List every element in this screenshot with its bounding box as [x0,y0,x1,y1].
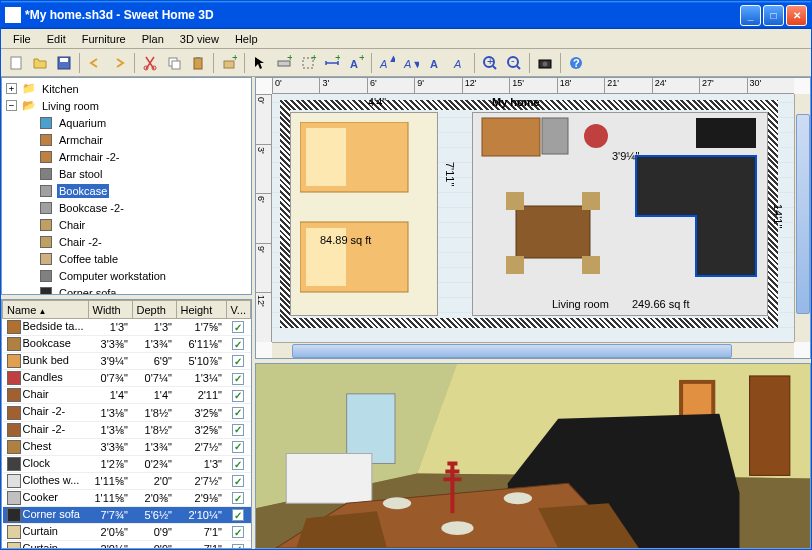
visible-cell[interactable]: ✓ [226,541,251,549]
open-button[interactable] [29,52,51,74]
visible-cell[interactable]: ✓ [226,524,251,541]
furniture-icon [38,268,54,284]
zoom-out-button[interactable]: - [503,52,525,74]
text-bigger-button[interactable]: A▲ [376,52,398,74]
undo-button[interactable] [84,52,106,74]
tree-item[interactable]: Aquarium [4,114,249,131]
column-header[interactable]: V... [226,301,251,319]
furniture-icon [38,115,54,131]
table-row[interactable]: Clock1'2⅞"0'2¾"1'3"✓ [3,455,251,472]
visible-cell[interactable]: ✓ [226,336,251,353]
maximize-button[interactable]: □ [763,5,784,26]
visible-cell[interactable]: ✓ [226,319,251,336]
menu-plan[interactable]: Plan [134,31,172,47]
tree-item[interactable]: Computer workstation [4,267,249,284]
minimize-button[interactable]: _ [740,5,761,26]
horizontal-scrollbar[interactable] [272,342,794,358]
room-name-label: Living room [552,298,609,310]
table-row[interactable]: Bunk bed3'9¼"6'9"5'10⅞"✓ [3,353,251,370]
tree-item[interactable]: Bookcase [4,182,249,199]
furniture-icon [38,200,54,216]
help-button[interactable]: ? [565,52,587,74]
menu-file[interactable]: File [5,31,39,47]
table-row[interactable]: Curtain2'0⅛"0'9"7'1"✓ [3,524,251,541]
tree-item[interactable]: Armchair -2- [4,148,249,165]
ruler-tick: 27' [699,78,746,93]
add-furniture-button[interactable]: + [218,52,240,74]
menu-3d-view[interactable]: 3D view [172,31,227,47]
table-row[interactable]: Chair1'4"1'4"2'11"✓ [3,387,251,404]
visible-cell[interactable]: ✓ [226,421,251,438]
visible-cell[interactable]: ✓ [226,438,251,455]
create-rooms-tool[interactable]: + [297,52,319,74]
paste-button[interactable] [187,52,209,74]
tree-item[interactable]: Corner sofa [4,284,249,295]
save-button[interactable] [53,52,75,74]
furniture-list-table[interactable]: NameWidthDepthHeightV... Bedside ta...1'… [1,299,252,549]
column-header[interactable]: Height [176,301,226,319]
visible-cell[interactable]: ✓ [226,370,251,387]
height-cell: 5'10⅞" [176,353,226,370]
tree-item[interactable]: Armchair [4,131,249,148]
menu-furniture[interactable]: Furniture [74,31,134,47]
table-row[interactable]: Bedside ta...1'3"1'3"1'7⅝"✓ [3,319,251,336]
create-walls-tool[interactable]: + [273,52,295,74]
tree-item[interactable]: Chair [4,216,249,233]
select-tool[interactable] [249,52,271,74]
redo-button[interactable] [108,52,130,74]
table-row[interactable]: Cooker1'11⅝"2'0⅜"2'9⅛"✓ [3,489,251,506]
visible-cell[interactable]: ✓ [226,353,251,370]
visible-cell[interactable]: ✓ [226,472,251,489]
table-row[interactable]: Candles0'7¾"0'7¼"1'3¼"✓ [3,370,251,387]
svg-rect-6 [172,61,180,69]
tree-item[interactable]: Bookcase -2- [4,199,249,216]
tree-label: Armchair -2- [57,150,122,164]
text-smaller-button[interactable]: A▼ [400,52,422,74]
tree-item[interactable]: Chair -2- [4,233,249,250]
new-button[interactable] [5,52,27,74]
tree-category[interactable]: − 📂 Living room [4,97,249,114]
tree-category[interactable]: + 📁 Kitchen [4,80,249,97]
tree-item[interactable]: Bar stool [4,165,249,182]
visible-cell[interactable]: ✓ [226,455,251,472]
column-header[interactable]: Name [3,301,89,319]
create-dimensions-tool[interactable]: + [321,52,343,74]
tree-item[interactable]: Coffee table [4,250,249,267]
table-row[interactable]: Bookcase3'3⅜"1'3¾"6'11⅛"✓ [3,336,251,353]
column-header[interactable]: Width [88,301,132,319]
table-row[interactable]: Chair -2-1'3⅛"1'8½"3'2⅝"✓ [3,404,251,421]
folder-icon: 📁 [21,81,37,97]
table-row[interactable]: Corner sofa7'7¾"5'6½"2'10¼"✓ [3,507,251,524]
cut-button[interactable] [139,52,161,74]
visible-cell[interactable]: ✓ [226,404,251,421]
vertical-scrollbar[interactable] [794,94,810,342]
ruler-tick: 21' [604,78,651,93]
visible-cell[interactable]: ✓ [226,387,251,404]
ruler-tick: 18' [557,78,604,93]
table-row[interactable]: Curtain2'0⅛"0'9"7'1"✓ [3,541,251,549]
photo-button[interactable] [534,52,556,74]
create-text-tool[interactable]: A+ [345,52,367,74]
column-header[interactable]: Depth [132,301,176,319]
close-button[interactable]: ✕ [786,5,807,26]
expand-icon[interactable]: + [6,83,17,94]
furniture-catalog-tree[interactable]: + 📁 Kitchen − 📂 Living room AquariumArmc… [1,77,252,295]
menu-edit[interactable]: Edit [39,31,74,47]
collapse-icon[interactable]: − [6,100,17,111]
copy-button[interactable] [163,52,185,74]
3d-view[interactable] [255,363,811,549]
ruler-tick: 6' [367,78,414,93]
plan-canvas[interactable]: My home 4'4" 7'11" 84.89 sq ft [272,94,794,342]
tree-label: Chair [57,218,87,232]
visible-cell[interactable]: ✓ [226,507,251,524]
plan-2d-view[interactable]: 0'3'6'9'12'15'18'21'24'27'30' 0'3'6'9'12… [255,77,811,359]
visible-cell[interactable]: ✓ [226,489,251,506]
text-italic-button[interactable]: A [448,52,470,74]
table-row[interactable]: Chest3'3⅜"1'3¾"2'7½"✓ [3,438,251,455]
table-row[interactable]: Clothes w...1'11⅝"2'0"2'7½"✓ [3,472,251,489]
menu-help[interactable]: Help [227,31,266,47]
table-row[interactable]: Chair -2-1'3⅛"1'8½"3'2⅝"✓ [3,421,251,438]
text-bold-button[interactable]: A [424,52,446,74]
zoom-in-button[interactable]: + [479,52,501,74]
ruler-tick: 12' [256,292,271,342]
